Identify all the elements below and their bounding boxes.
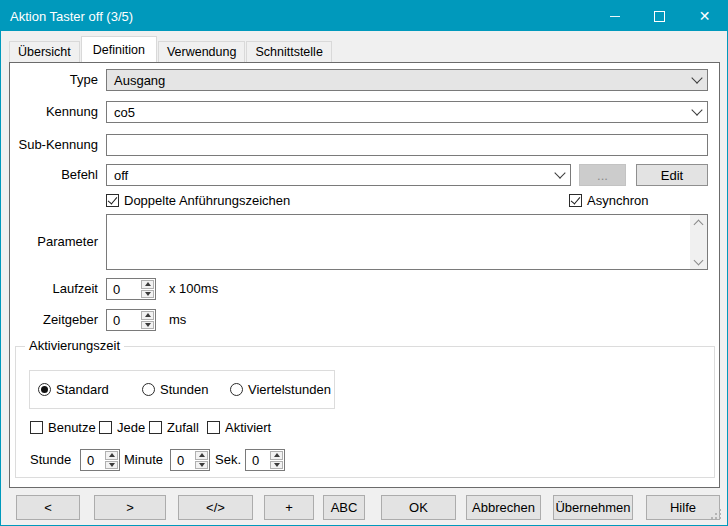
jede-label: Jede [117,420,145,435]
edit-button[interactable]: Edit [636,164,708,186]
aktivierungszeit-group-title: Aktivierungszeit [25,338,124,353]
spin-up-button[interactable] [270,451,283,460]
parameter-scrollbar[interactable] [690,215,707,269]
sub-kennung-label: Sub-Kennung [10,134,98,156]
checkbox-icon [30,421,43,434]
radio-viertelstunden[interactable]: Viertelstunden [230,371,331,408]
laufzeit-spinner-value: 0 [107,279,140,299]
checkbox-icon [569,194,582,207]
type-label: Type [10,69,98,91]
spin-up-button[interactable] [105,451,118,460]
doppelte-anfuehrungszeichen-label: Doppelte Anführungszeichen [124,193,290,208]
zufall-checkbox[interactable]: Zufall [149,419,199,435]
plus-button[interactable]: + [264,495,314,520]
befehl-label: Befehl [10,164,98,186]
spin-up-button[interactable] [195,451,208,460]
tab-definition[interactable]: Definition [81,36,157,62]
scroll-down-icon[interactable] [690,254,707,269]
radio-standard-label: Standard [56,382,109,397]
sekunden-label: Sek. [215,449,241,471]
tab-uebersicht[interactable]: Übersicht [9,41,80,62]
benutze-checkbox[interactable]: Benutze [30,419,96,435]
spin-down-button[interactable] [105,461,118,470]
zeitgeber-spinner-value: 0 [107,310,140,330]
asynchron-label: Asynchron [587,193,648,208]
spin-down-button[interactable] [270,461,283,470]
chevron-down-icon [550,165,570,185]
abc-button[interactable]: ABC [323,495,365,520]
parameter-label: Parameter [10,231,98,253]
checkbox-icon [106,194,119,207]
resize-grip[interactable] [719,517,721,519]
stunde-spinner[interactable]: 0 [80,449,120,471]
radio-standard[interactable]: Standard [38,371,109,408]
laufzeit-unit-label: x 100ms [169,281,218,296]
definition-tab-panel: Type Ausgang Kennung co5 Sub-Kennung Bef… [9,62,720,488]
kennung-label: Kennung [10,101,98,123]
parameter-textarea-value [113,218,685,266]
spin-up-button[interactable] [141,311,154,320]
jede-checkbox[interactable]: Jede [99,419,145,435]
radio-viertelstunden-label: Viertelstunden [248,382,331,397]
help-button[interactable]: Hilfe [646,495,720,520]
sub-kennung-input[interactable] [106,134,708,156]
asynchron-checkbox[interactable]: Asynchron [569,192,648,208]
stunde-label: Stunde [30,449,71,471]
cancel-button[interactable]: Abbrechen [466,495,541,520]
zeitgeber-label: Zeitgeber [10,309,98,331]
dialog-window: Aktion Taster off (3/5) ✕ Übersicht Defi… [0,0,728,526]
browse-button[interactable]: ... [579,164,626,186]
window-title: Aktion Taster off (3/5) [1,9,133,24]
laufzeit-spinner[interactable]: 0 [106,278,156,300]
kennung-combobox[interactable]: co5 [106,101,708,123]
befehl-combobox-value: off [114,168,128,183]
minimize-icon [610,16,620,17]
window-controls: ✕ [592,1,727,31]
aktivierungszeit-radio-panel: Standard Stunden Viertelstunden [29,370,335,409]
chevron-down-icon [687,102,707,122]
spin-up-button[interactable] [141,280,154,289]
befehl-combobox[interactable]: off [106,164,571,186]
next-button[interactable]: > [94,495,166,520]
spin-down-button[interactable] [195,461,208,470]
zufall-label: Zufall [167,420,199,435]
tab-schnittstelle[interactable]: Schnittstelle [246,41,331,62]
stunde-spinner-value: 0 [81,450,104,470]
scroll-up-icon[interactable] [690,215,707,230]
close-icon: ✕ [699,9,711,23]
sekunden-spinner[interactable]: 0 [245,449,285,471]
parameter-textarea[interactable] [106,214,708,270]
type-select[interactable]: Ausgang [106,69,708,91]
minimize-button[interactable] [592,1,637,31]
radio-icon [230,383,243,396]
close-button[interactable]: ✕ [682,1,727,31]
radio-stunden-label: Stunden [160,382,208,397]
spin-down-button[interactable] [141,290,154,299]
tab-bar: Übersicht Definition Verwendung Schnitts… [9,36,333,62]
zeitgeber-spinner[interactable]: 0 [106,309,156,331]
sekunden-spinner-value: 0 [246,450,269,470]
spin-down-button[interactable] [141,321,154,330]
aktiviert-checkbox[interactable]: Aktiviert [207,419,271,435]
tab-verwendung[interactable]: Verwendung [158,41,246,62]
radio-icon [142,383,155,396]
kennung-combobox-value: co5 [114,105,135,120]
zeitgeber-unit-label: ms [169,312,186,327]
minute-spinner[interactable]: 0 [170,449,210,471]
minute-label: Minute [124,449,163,471]
prev-button[interactable]: < [16,495,80,520]
checkbox-icon [99,421,112,434]
benutze-label: Benutze [48,420,96,435]
radio-icon [38,383,51,396]
laufzeit-label: Laufzeit [10,278,98,300]
doppelte-anfuehrungszeichen-checkbox[interactable]: Doppelte Anführungszeichen [106,192,290,208]
aktivierungszeit-group: Aktivierungszeit Standard Stunden Vierte… [15,346,715,478]
apply-button[interactable]: Übernehmen [553,495,633,520]
checkbox-icon [207,421,220,434]
ok-button[interactable]: OK [381,495,456,520]
minute-spinner-value: 0 [171,450,194,470]
radio-stunden[interactable]: Stunden [142,371,208,408]
maximize-button[interactable] [637,1,682,31]
aktiviert-label: Aktiviert [225,420,271,435]
code-button[interactable]: </> [178,495,253,520]
